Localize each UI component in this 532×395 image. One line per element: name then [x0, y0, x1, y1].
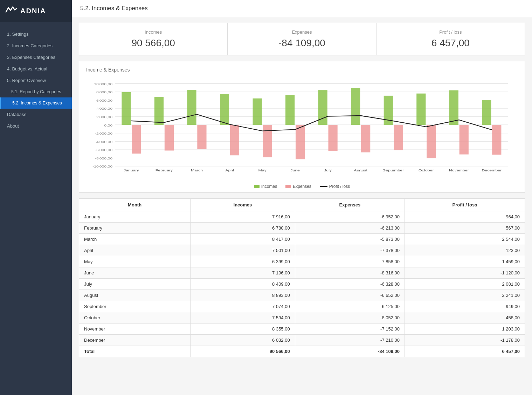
- svg-text:-6 000,00: -6 000,00: [95, 148, 112, 152]
- svg-rect-36: [351, 88, 360, 125]
- profit-label: Profit / loss: [384, 29, 518, 35]
- sidebar-item-settings[interactable]: 1. Settings: [0, 28, 72, 40]
- legend-profit: Profit / loss: [320, 184, 350, 189]
- cell-month: March: [79, 234, 191, 245]
- svg-rect-35: [329, 125, 338, 151]
- svg-text:May: May: [258, 168, 267, 172]
- table-row: February 6 780,00 -6 213,00 567,00: [79, 223, 525, 234]
- svg-rect-32: [285, 95, 295, 125]
- chart-legend: Incomes Expenses Profit / loss: [86, 184, 518, 189]
- cell-profit: 949,00: [405, 301, 525, 312]
- sidebar-item-about[interactable]: About: [0, 120, 72, 132]
- svg-rect-40: [416, 94, 426, 125]
- expenses-card: Expenses -84 109,00: [228, 23, 376, 55]
- cell-profit: 567,00: [405, 223, 525, 234]
- svg-text:November: November: [449, 168, 469, 172]
- svg-rect-43: [460, 125, 469, 154]
- summary-cards: Incomes 90 566,00 Expenses -84 109,00 Pr…: [79, 23, 525, 55]
- cell-incomes: 7 196,00: [191, 267, 295, 279]
- svg-text:March: March: [191, 168, 203, 172]
- svg-rect-39: [394, 125, 403, 150]
- logo-icon: [6, 6, 17, 16]
- svg-text:April: April: [225, 168, 234, 172]
- incomes-value: 90 566,00: [86, 38, 220, 49]
- table-row: August 8 893,00 -6 652,00 2 241,00: [79, 290, 525, 301]
- cell-profit: 2 081,00: [405, 279, 525, 290]
- svg-text:-8 000,00: -8 000,00: [95, 156, 112, 160]
- cell-incomes: 8 893,00: [191, 290, 295, 301]
- svg-text:February: February: [156, 168, 173, 172]
- table-row: April 7 501,00 -7 378,00 123,00: [79, 245, 525, 256]
- cell-incomes: 8 409,00: [191, 279, 295, 290]
- chart-section: Income & Expenses -10 000,00-8 000,00-6 …: [79, 61, 525, 193]
- cell-expenses: -6 213,00: [295, 223, 405, 234]
- svg-rect-24: [154, 97, 164, 125]
- cell-profit: 1 203,00: [405, 324, 525, 335]
- table-body: January 7 916,00 -6 952,00 964,00 Februa…: [79, 211, 525, 346]
- cell-expenses: -8 316,00: [295, 267, 405, 279]
- svg-rect-45: [492, 125, 501, 155]
- svg-rect-22: [122, 92, 131, 125]
- cell-profit: 2 544,00: [405, 234, 525, 245]
- svg-text:-2 000,00: -2 000,00: [95, 131, 112, 135]
- svg-rect-44: [482, 100, 491, 125]
- cell-month: July: [79, 279, 191, 290]
- bar-chart-svg: -10 000,00-8 000,00-6 000,00-4 000,00-2 …: [86, 76, 518, 181]
- sidebar-item-report-categories[interactable]: 5.1. Report by Categories: [0, 86, 72, 97]
- cell-month: November: [79, 324, 191, 335]
- total-profit: 6 457,00: [405, 346, 525, 357]
- table-row: June 7 196,00 -8 316,00 -1 120,00: [79, 267, 525, 279]
- svg-text:4 000,00: 4 000,00: [96, 107, 112, 110]
- svg-text:September: September: [383, 168, 404, 172]
- cell-incomes: 7 916,00: [191, 211, 295, 223]
- cell-expenses: -7 858,00: [295, 256, 405, 267]
- cell-incomes: 6 780,00: [191, 223, 295, 234]
- sidebar-item-budget-actual[interactable]: 4. Budget vs. Actual: [0, 63, 72, 75]
- cell-incomes: 7 074,00: [191, 301, 295, 312]
- incomes-card: Incomes 90 566,00: [79, 23, 228, 55]
- incomes-label: Incomes: [86, 29, 220, 35]
- cell-incomes: 8 417,00: [191, 234, 295, 245]
- svg-text:2 000,00: 2 000,00: [96, 115, 112, 118]
- svg-rect-28: [220, 94, 229, 125]
- cell-month: December: [79, 335, 191, 346]
- svg-text:-4 000,00: -4 000,00: [95, 140, 112, 143]
- sidebar-item-report-overview[interactable]: 5. Report Overview: [0, 75, 72, 86]
- svg-rect-25: [165, 125, 174, 150]
- cell-incomes: 6 032,00: [191, 335, 295, 346]
- content-area: Incomes 90 566,00 Expenses -84 109,00 Pr…: [72, 17, 532, 363]
- cell-expenses: -6 652,00: [295, 290, 405, 301]
- sidebar-item-incomes-expenses[interactable]: 5.2. Incomes & Expenses: [0, 97, 72, 109]
- cell-expenses: -7 210,00: [295, 335, 405, 346]
- svg-text:October: October: [419, 168, 434, 172]
- legend-profit-label: Profit / loss: [329, 184, 350, 189]
- legend-expenses-color: [285, 185, 291, 188]
- col-month: Month: [79, 199, 191, 211]
- table-row: December 6 032,00 -7 210,00 -1 178,00: [79, 335, 525, 346]
- sidebar-item-database[interactable]: Database: [0, 109, 72, 120]
- sidebar-item-incomes-cat[interactable]: 2. Incomes Categories: [0, 40, 72, 52]
- table-row: May 6 399,00 -7 858,00 -1 459,00: [79, 256, 525, 267]
- cell-month: February: [79, 223, 191, 234]
- cell-incomes: 7 501,00: [191, 245, 295, 256]
- cell-profit: 964,00: [405, 211, 525, 223]
- cell-month: August: [79, 290, 191, 301]
- table-footer-row: Total 90 566,00 -84 109,00 6 457,00: [79, 346, 525, 357]
- chart-area: -10 000,00-8 000,00-6 000,00-4 000,00-2 …: [86, 76, 518, 181]
- legend-incomes-label: Incomes: [261, 184, 277, 189]
- cell-expenses: -7 152,00: [295, 324, 405, 335]
- cell-profit: -1 178,00: [405, 335, 525, 346]
- svg-rect-26: [187, 90, 196, 125]
- legend-incomes-color: [254, 185, 260, 188]
- svg-text:6 000,00: 6 000,00: [96, 98, 112, 102]
- table-row: January 7 916,00 -6 952,00 964,00: [79, 211, 525, 223]
- sidebar-item-expenses-cat[interactable]: 3. Expenses Categories: [0, 52, 72, 63]
- svg-text:0,00: 0,00: [104, 123, 112, 127]
- table-row: March 8 417,00 -5 873,00 2 544,00: [79, 234, 525, 245]
- cell-month: September: [79, 301, 191, 312]
- cell-expenses: -6 328,00: [295, 279, 405, 290]
- svg-rect-27: [197, 125, 206, 149]
- logo: ADNIA: [0, 0, 72, 22]
- nav-items: 1. Settings2. Incomes Categories3. Expen…: [0, 28, 72, 132]
- page-title: 5.2. Incomes & Expenses: [72, 0, 532, 17]
